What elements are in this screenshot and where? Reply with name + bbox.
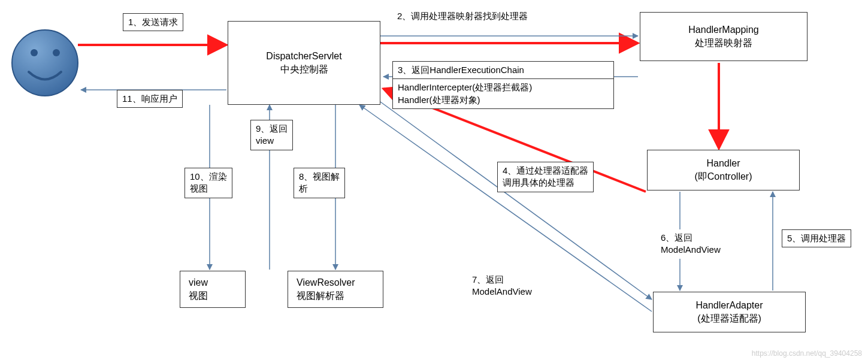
svg-point-1	[31, 49, 38, 56]
label-step8-l1: 8、视图解	[299, 171, 340, 183]
label-step6-l2: ModelAndView	[661, 244, 721, 256]
label-step9-l1: 9、返回	[256, 123, 288, 135]
node-view-resolver-line2: 视图解析器	[297, 289, 377, 302]
label-step10-l1: 10、渲染	[190, 171, 227, 183]
label-step7-l1: 7、返回	[472, 274, 532, 286]
label-step7-l2: ModelAndView	[472, 286, 532, 298]
label-step8-l2: 析	[299, 183, 340, 195]
node-dispatcher: DispatcherServlet 中央控制器	[228, 21, 380, 105]
label-step3-title: 3、返回HandlerExecutionChain	[392, 61, 614, 79]
label-step1: 1、发送请求	[123, 13, 183, 31]
node-handler-adapter-line2: (处理器适配器)	[660, 312, 799, 325]
svg-point-0	[12, 30, 78, 96]
label-step7: 7、返回 ModelAndView	[467, 271, 537, 301]
svg-point-2	[53, 49, 60, 56]
node-handler-adapter: HandlerAdapter (处理器适配器)	[653, 292, 806, 332]
node-view-resolver: ViewResolver 视图解析器	[288, 271, 383, 308]
node-handler: Handler (即Controller)	[647, 150, 800, 190]
node-handler-adapter-line1: HandlerAdapter	[660, 299, 799, 312]
node-handler-mapping-line1: HandlerMapping	[646, 23, 801, 37]
label-step3-body1: HandlerIntercepter(处理器拦截器)	[398, 81, 609, 93]
node-handler-line2: (即Controller)	[654, 170, 793, 183]
watermark-text: https://blog.csdn.net/qq_39404258	[752, 349, 862, 358]
label-step6: 6、返回 ModelAndView	[656, 229, 725, 259]
label-step6-l1: 6、返回	[661, 232, 721, 244]
label-step9-l2: view	[256, 135, 288, 147]
node-view: view 视图	[180, 271, 246, 308]
node-handler-mapping: HandlerMapping 处理器映射器	[640, 12, 807, 61]
label-step8: 8、视图解 析	[294, 168, 345, 198]
node-dispatcher-line1: DispatcherServlet	[234, 50, 374, 63]
node-view-line1: view	[189, 276, 239, 289]
user-icon	[12, 30, 78, 96]
node-dispatcher-line2: 中央控制器	[234, 63, 374, 76]
label-step3-group: 3、返回HandlerExecutionChain HandlerInterce…	[392, 61, 614, 109]
node-handler-mapping-line2: 处理器映射器	[646, 37, 801, 50]
label-step5: 5、调用处理器	[782, 229, 851, 247]
label-step4-l2: 调用具体的处理器	[503, 177, 588, 189]
label-step3-body: HandlerIntercepter(处理器拦截器) Handler(处理器对象…	[392, 79, 614, 109]
node-view-line2: 视图	[189, 289, 239, 302]
label-step9: 9、返回 view	[250, 120, 293, 150]
label-step2: 2、调用处理器映射器找到处理器	[392, 8, 533, 25]
node-handler-line1: Handler	[654, 157, 793, 170]
label-step4: 4、通过处理器适配器 调用具体的处理器	[497, 162, 594, 192]
node-view-resolver-line1: ViewResolver	[297, 276, 377, 289]
label-step10: 10、渲染 视图	[185, 168, 232, 198]
label-step3-body2: Handler(处理器对象)	[398, 94, 609, 106]
label-step4-l1: 4、通过处理器适配器	[503, 165, 588, 177]
svg-line-10	[380, 102, 652, 300]
label-step10-l2: 视图	[190, 183, 227, 195]
label-step11: 11、响应用户	[117, 90, 183, 108]
